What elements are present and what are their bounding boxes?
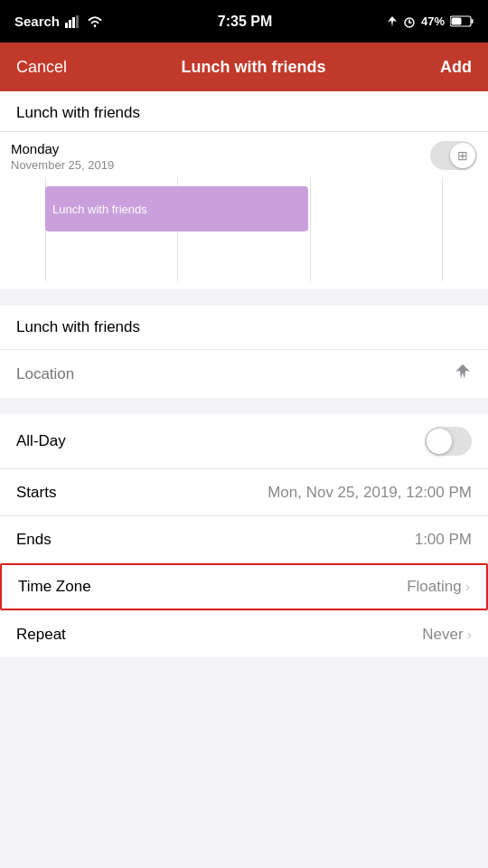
time-label-12pm: 12 PM [45, 288, 74, 289]
toggle-knob: ⊞ [450, 143, 475, 168]
event-form-section [0, 306, 488, 398]
all-day-row: All-Day [0, 414, 488, 469]
ends-label: Ends [16, 531, 107, 549]
calendar-event-title: Lunch with friends [0, 91, 488, 131]
all-day-toggle[interactable] [425, 427, 472, 456]
datetime-form-section: All-Day Starts Mon, Nov 25, 2019, 12:00 … [0, 414, 488, 610]
location-row [0, 350, 488, 398]
time-label-1pm: 1 PM [419, 288, 443, 289]
location-arrow-icon [454, 363, 472, 385]
carrier-text: Search [14, 14, 60, 29]
time-zone-value: Floating [108, 578, 462, 596]
battery-text: 47% [421, 14, 445, 28]
svg-point-4 [94, 24, 97, 27]
repeat-row[interactable]: Repeat Never › [0, 610, 488, 657]
all-day-toggle-container [107, 427, 472, 456]
time-label-1230pm: 12:30 PM [226, 288, 268, 289]
signal-icon [65, 15, 81, 28]
calendar-day-label: Monday [11, 141, 114, 156]
time-zone-row[interactable]: Time Zone Floating › [0, 563, 488, 610]
svg-rect-1 [69, 20, 71, 28]
ends-row[interactable]: Ends 1:00 PM [0, 516, 488, 563]
cancel-button[interactable]: Cancel [16, 58, 67, 77]
calendar-date-label: November 25, 2019 [11, 158, 114, 172]
svg-rect-10 [451, 18, 461, 25]
repeat-value: Never [107, 626, 464, 644]
calendar-day-info: Monday November 25, 2019 [11, 141, 114, 172]
svg-rect-9 [471, 19, 473, 24]
nav-title: Lunch with friends [182, 58, 326, 77]
svg-rect-3 [76, 15, 79, 28]
all-day-toggle-knob [427, 429, 452, 454]
calendar-header: Monday November 25, 2019 ⊞ [0, 132, 488, 177]
separator-1 [0, 289, 488, 306]
location-status-icon [387, 15, 398, 28]
nav-bar: Cancel Lunch with friends Add [0, 42, 488, 91]
calendar-preview-section: Lunch with friends Monday November 25, 2… [0, 91, 488, 289]
calendar-grid: Monday November 25, 2019 ⊞ Lun [0, 131, 488, 289]
repeat-label: Repeat [16, 626, 107, 644]
event-block-label: Lunch with friends [52, 203, 147, 216]
time-zone-label: Time Zone [18, 578, 108, 596]
time-zone-chevron-icon: › [465, 579, 470, 595]
event-name-row [0, 306, 488, 350]
svg-rect-2 [72, 17, 75, 28]
ends-value: 1:00 PM [107, 531, 472, 549]
status-right: 47% [387, 14, 474, 28]
event-name-input[interactable] [16, 318, 472, 336]
status-time: 7:35 PM [218, 14, 272, 30]
svg-rect-0 [65, 23, 68, 28]
alarm-icon [403, 15, 416, 28]
calendar-view-toggle[interactable]: ⊞ [430, 141, 477, 170]
starts-row[interactable]: Starts Mon, Nov 25, 2019, 12:00 PM [0, 469, 488, 516]
wifi-icon [87, 15, 103, 28]
status-bar: Search 7:35 PM 47% [0, 0, 488, 42]
add-button[interactable]: Add [440, 58, 472, 77]
all-day-label: All-Day [16, 432, 107, 450]
repeat-chevron-icon: › [467, 627, 472, 643]
event-block: Lunch with friends [45, 186, 308, 231]
calendar-icon: ⊞ [457, 148, 468, 163]
battery-icon [450, 15, 474, 27]
repeat-section: Repeat Never › [0, 610, 488, 657]
location-input[interactable] [16, 365, 454, 383]
starts-label: Starts [16, 484, 107, 502]
separator-2 [0, 398, 488, 414]
status-left: Search [14, 14, 103, 29]
starts-value: Mon, Nov 25, 2019, 12:00 PM [107, 484, 472, 502]
